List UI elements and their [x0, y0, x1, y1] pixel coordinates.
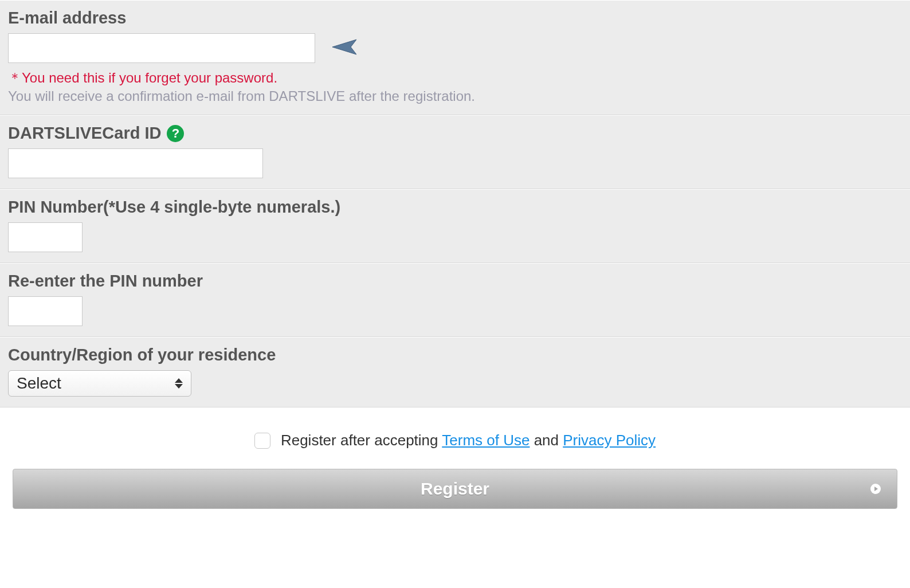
- agree-row: Register after accepting Terms of Use an…: [0, 407, 910, 467]
- pin-confirm-label: Re-enter the PIN number: [8, 272, 902, 291]
- agree-checkbox[interactable]: [254, 433, 270, 449]
- pin-confirm-input[interactable]: [8, 296, 83, 326]
- register-button-label: Register: [421, 479, 489, 499]
- register-button[interactable]: Register: [13, 469, 897, 509]
- email-row: [8, 33, 902, 63]
- cardid-label: DARTSLIVECard ID: [8, 124, 161, 143]
- country-select[interactable]: Select: [8, 370, 191, 397]
- help-icon[interactable]: ?: [167, 125, 184, 142]
- agree-middle: and: [529, 432, 563, 449]
- agree-prefix: Register after accepting: [281, 432, 442, 449]
- pin-section: PIN Number(*Use 4 single-byte numerals.): [0, 189, 910, 263]
- svg-marker-0: [332, 40, 356, 54]
- email-warning-text: You need this if you forget your passwor…: [22, 70, 277, 85]
- country-label: Country/Region of your residence: [8, 346, 902, 364]
- pin-input[interactable]: [8, 222, 83, 252]
- cursor-arrow-icon: [331, 38, 356, 58]
- country-section: Country/Region of your residence Select: [0, 337, 910, 407]
- pin-confirm-section: Re-enter the PIN number: [0, 263, 910, 337]
- email-section: E-mail address ＊You need this if you for…: [0, 0, 910, 115]
- email-info: You will receive a confirmation e-mail f…: [8, 88, 902, 104]
- select-arrows-icon: [175, 378, 183, 389]
- cardid-label-row: DARTSLIVECard ID ?: [8, 124, 902, 143]
- chevron-right-circle-icon: [870, 484, 881, 494]
- email-warning: ＊You need this if you forget your passwo…: [8, 69, 902, 87]
- cardid-input[interactable]: [8, 148, 263, 178]
- terms-link[interactable]: Terms of Use: [442, 432, 529, 449]
- country-select-value: Select: [17, 374, 175, 393]
- agree-text: Register after accepting Terms of Use an…: [281, 432, 656, 449]
- cardid-section: DARTSLIVECard ID ?: [0, 115, 910, 189]
- warning-asterisk-icon: ＊: [8, 70, 22, 85]
- pin-label: PIN Number(*Use 4 single-byte numerals.): [8, 198, 902, 217]
- email-input[interactable]: [8, 33, 315, 63]
- email-label: E-mail address: [8, 9, 902, 28]
- privacy-link[interactable]: Privacy Policy: [563, 432, 656, 449]
